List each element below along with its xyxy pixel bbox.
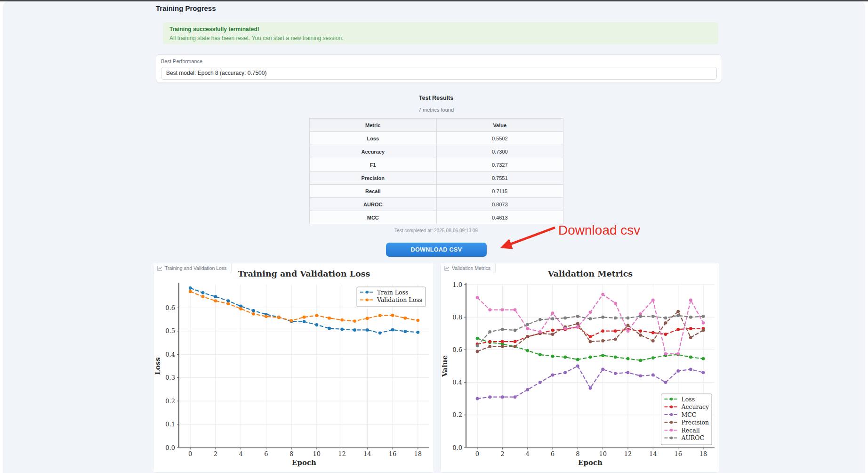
table-row: Accuracy0.7300 — [310, 145, 563, 158]
metric-cell: Precision — [310, 171, 437, 185]
svg-text:10: 10 — [599, 450, 607, 457]
svg-text:16: 16 — [389, 450, 397, 457]
svg-text:18: 18 — [414, 450, 422, 457]
loss-chart-panel: Training and Validation Loss 02468101214… — [153, 263, 434, 473]
metrics-chart: 0246810121416180.00.20.40.60.81.0Validat… — [441, 263, 719, 472]
svg-text:4: 4 — [526, 450, 530, 457]
success-alert: Training successfully terminated! All tr… — [163, 22, 718, 44]
svg-text:Epoch: Epoch — [578, 458, 603, 467]
svg-text:6: 6 — [264, 450, 268, 457]
svg-text:Validation Metrics: Validation Metrics — [547, 269, 633, 278]
alert-title: Training successfully terminated! — [169, 26, 712, 33]
download-annotation-label: Download csv — [558, 223, 640, 238]
svg-text:0.4: 0.4 — [452, 379, 462, 386]
svg-text:2: 2 — [500, 450, 504, 457]
svg-text:Training and Validation Loss: Training and Validation Loss — [238, 269, 370, 278]
annotation-arrow-icon — [490, 222, 561, 254]
svg-text:0.4: 0.4 — [165, 351, 175, 358]
svg-text:Train Loss: Train Loss — [377, 289, 408, 296]
app-background: Training Progress Training successfully … — [3, 1, 865, 473]
table-row: Precision0.7551 — [310, 171, 563, 185]
svg-text:0.3: 0.3 — [165, 374, 175, 381]
metric-cell: MCC — [310, 211, 437, 224]
svg-text:12: 12 — [624, 450, 632, 457]
download-csv-button[interactable]: DOWNLOAD CSV — [386, 243, 487, 257]
metrics-panel-label: Validation Metrics — [452, 265, 490, 271]
svg-text:0.6: 0.6 — [165, 304, 175, 311]
metric-cell: F1 — [310, 158, 437, 171]
loss-panel-label: Training and Validation Loss — [165, 265, 226, 271]
metric-column-header: Metric — [310, 119, 437, 132]
svg-text:10: 10 — [313, 450, 321, 457]
svg-text:12: 12 — [338, 450, 346, 457]
svg-text:1.0: 1.0 — [452, 281, 462, 288]
metric-cell: AUROC — [310, 198, 437, 211]
svg-text:0.6: 0.6 — [452, 346, 462, 353]
value-cell: 0.8073 — [436, 198, 563, 211]
svg-text:6: 6 — [551, 450, 555, 457]
svg-text:0: 0 — [188, 450, 192, 457]
svg-text:0.2: 0.2 — [452, 411, 462, 418]
svg-text:16: 16 — [674, 450, 682, 457]
svg-text:8: 8 — [576, 450, 579, 457]
svg-text:0.0: 0.0 — [165, 444, 175, 451]
value-column-header: Value — [436, 119, 563, 132]
svg-text:Loss: Loss — [681, 396, 695, 403]
metrics-chart-panel: Validation Metrics 0246810121416180.00.2… — [440, 263, 719, 473]
svg-text:Epoch: Epoch — [292, 458, 316, 467]
value-cell: 0.7115 — [436, 185, 563, 198]
table-row: Recall0.7115 — [310, 185, 563, 198]
svg-text:2: 2 — [214, 450, 217, 457]
value-cell: 0.5502 — [436, 132, 563, 145]
loss-panel-tab: Training and Validation Loss — [153, 263, 232, 273]
metric-cell: Loss — [310, 132, 437, 145]
best-performance-card: Best Performance Best model: Epoch 8 (ac… — [156, 54, 722, 83]
svg-text:Recall: Recall — [681, 427, 699, 434]
svg-text:0.0: 0.0 — [452, 444, 462, 451]
value-cell: 0.7300 — [436, 145, 563, 158]
svg-text:0.5: 0.5 — [165, 327, 175, 334]
svg-text:Precision: Precision — [681, 419, 709, 426]
metrics-count: 7 metrics found — [153, 107, 719, 113]
table-row: Loss0.5502 — [310, 132, 563, 145]
alert-message: All training state has been reset. You c… — [169, 35, 712, 41]
best-performance-field[interactable]: Best model: Epoch 8 (accuracy: 0.7500) — [161, 67, 717, 80]
svg-text:MCC: MCC — [681, 411, 696, 418]
metrics-panel-tab: Validation Metrics — [441, 263, 496, 273]
svg-text:14: 14 — [363, 450, 371, 457]
svg-text:Validation Loss: Validation Loss — [377, 296, 422, 303]
loss-chart: 0246810121416180.00.10.20.30.40.50.6Trai… — [153, 263, 434, 472]
value-cell: 0.7551 — [436, 171, 563, 185]
page-title: Training Progress — [156, 4, 216, 12]
svg-text:18: 18 — [699, 450, 707, 457]
table-header-row: Metric Value — [310, 119, 563, 132]
svg-text:Value: Value — [441, 355, 449, 377]
table-row: F10.7327 — [310, 158, 563, 171]
svg-text:0.8: 0.8 — [452, 314, 462, 321]
svg-text:0.1: 0.1 — [165, 421, 175, 428]
value-cell: 0.7327 — [436, 158, 563, 171]
metric-cell: Accuracy — [310, 145, 437, 158]
svg-text:Accuracy: Accuracy — [681, 403, 709, 410]
svg-text:8: 8 — [289, 450, 293, 457]
test-results-title: Test Results — [153, 95, 719, 101]
chart-icon — [444, 266, 450, 271]
svg-text:Loss: Loss — [153, 357, 162, 375]
svg-text:14: 14 — [649, 450, 657, 457]
chart-icon — [157, 266, 162, 271]
test-results-table: Metric Value Loss0.5502Accuracy0.7300F10… — [309, 118, 563, 224]
svg-text:0: 0 — [475, 450, 479, 457]
table-row: AUROC0.8073 — [310, 198, 563, 211]
svg-text:0.2: 0.2 — [165, 398, 175, 405]
best-performance-label: Best Performance — [161, 58, 717, 64]
svg-text:4: 4 — [239, 450, 243, 457]
metric-cell: Recall — [310, 185, 437, 198]
svg-text:AUROC: AUROC — [681, 434, 704, 441]
